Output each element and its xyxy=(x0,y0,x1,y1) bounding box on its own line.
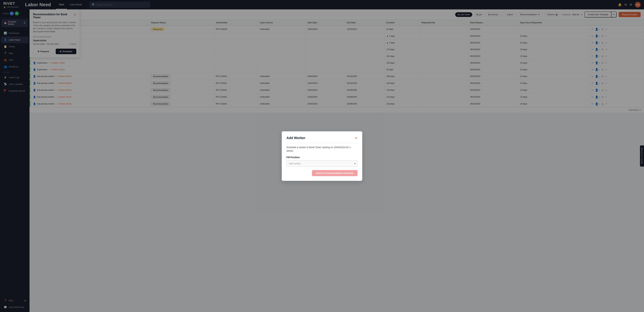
worker-select[interactable]: Add worker xyxy=(286,160,358,167)
modal-overlay[interactable]: Add Worker ✕ Schedule a worker to Book T… xyxy=(0,0,644,312)
inherit-recommendation-button[interactable]: Inherit recommendation schedule xyxy=(312,170,358,176)
modal-title: Add Worker xyxy=(286,136,306,140)
modal-close-button[interactable]: ✕ xyxy=(355,136,358,140)
modal-footer: Inherit recommendation schedule xyxy=(286,170,358,176)
modal-divider xyxy=(286,143,358,143)
worker-select-wrapper: Add worker ▾ xyxy=(286,160,358,167)
fill-position-label: Fill Position xyxy=(286,156,358,159)
add-worker-modal: Add Worker ✕ Schedule a worker to Book T… xyxy=(282,131,362,181)
modal-description: Schedule a worker to Book Tower starting… xyxy=(286,146,358,153)
modal-header: Add Worker ✕ xyxy=(286,136,358,140)
